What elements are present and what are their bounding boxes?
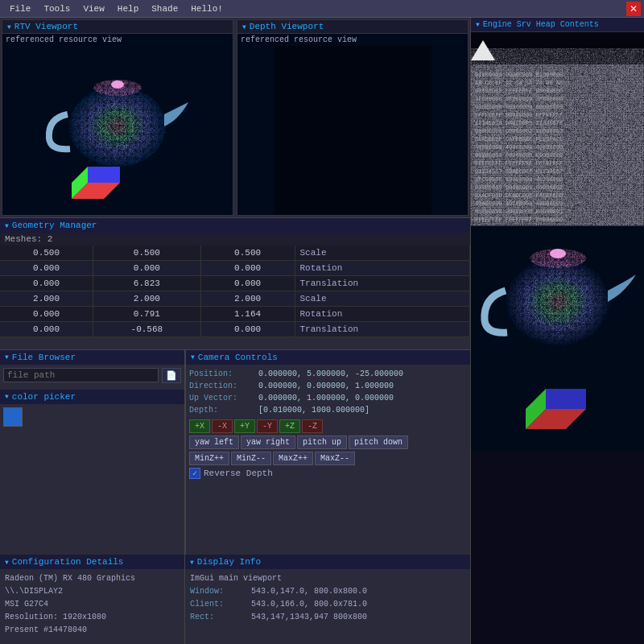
yaw-pitch-buttons-row: yaw left yaw right pitch up pitch down (189, 436, 467, 449)
file-browser-header[interactable]: ▼ File Browser (0, 350, 184, 365)
mesh-v1: 0.000 (0, 261, 93, 276)
window-value: 543.0,147.0, 800.0x800.0 (251, 587, 367, 596)
maxz-plus-button[interactable]: MaxZ++ (273, 452, 313, 465)
minus-z-button[interactable]: -Z (302, 419, 323, 433)
geometry-manager-section: ▼ Geometry Manager Meshes: 2 0.500 0.500… (0, 218, 470, 350)
config-header[interactable]: ▼ Configuration Details (0, 555, 184, 569)
close-button[interactable]: ✕ (626, 2, 641, 16)
reverse-depth-row: ✓ Reverse Depth (189, 468, 467, 479)
bottom-row: ▼ File Browser 📄 ▼ color picker ▼ (0, 350, 470, 555)
mesh-v1: 2.000 (0, 291, 93, 307)
window-label: Window: (190, 585, 246, 598)
resolution-label: Resolution: 1920x1080 (5, 611, 180, 624)
geometry-collapse-icon[interactable]: ▼ (5, 222, 9, 229)
svg-text:00000000 00000001 00000002: 00000000 00000001 00000002 (475, 184, 563, 191)
camera-controls-container: ▼ Camera Controls Position: 0.000000, 5.… (185, 350, 470, 555)
camera-controls-header[interactable]: ▼ Camera Controls (186, 350, 470, 365)
mesh-label: Translation (295, 276, 469, 291)
pitch-down-button[interactable]: pitch down (349, 436, 408, 449)
table-row: 0.000 0.791 1.164 Rotation (0, 307, 470, 322)
minz-minus-button[interactable]: MinZ-- (231, 452, 271, 465)
camera-collapse-icon[interactable]: ▼ (191, 353, 195, 361)
minus-y-button[interactable]: -Y (257, 419, 278, 433)
mesh-v1: 0.500 (0, 246, 93, 261)
depth-viewport-label: Depth Viewport (250, 22, 324, 31)
rtv-viewport-title: ▼ RTV Viewport (2, 20, 233, 34)
color-picker-collapse-icon[interactable]: ▼ (5, 393, 9, 400)
menu-hello[interactable]: Hello! (184, 2, 229, 15)
up-vector-value: 0.000000, 1.000000, 0.000000 (258, 394, 394, 402)
present-label: Present #14478040 (5, 624, 180, 637)
monitor-label: MSI G27C4 (5, 598, 180, 611)
mesh-v2: 0.791 (93, 307, 201, 322)
yaw-right-button[interactable]: yaw right (241, 436, 295, 449)
color-swatch[interactable] (3, 407, 23, 427)
svg-point-0 (69, 86, 166, 167)
plus-y-button[interactable]: +Y (234, 419, 255, 433)
svg-text:BAADF00D DEADC0DE FACEFEED: BAADF00D DEADC0DE FACEFEED (475, 192, 563, 199)
xyz-buttons-row: +X -X +Y -Y +Z -Z (189, 419, 467, 433)
minmax-z-buttons-row: MinZ++ MinZ-- MaxZ++ MaxZ-- (189, 452, 467, 465)
file-browser-title: File Browser (12, 353, 76, 362)
svg-text:40A00000 40C00000 40E00000: 40A00000 40C00000 40E00000 (475, 200, 563, 207)
svg-text:00000000 00000000 00000000: 00000000 00000000 00000000 (475, 152, 563, 159)
svg-point-29 (506, 258, 610, 346)
mesh-table: 0.500 0.500 0.500 Scale 0.000 0.000 0.00… (0, 246, 470, 337)
config-display-row: ▼ Configuration Details Radeon (TM) RX 4… (0, 555, 470, 644)
meshes-label: Meshes: 2 (0, 233, 470, 246)
display-info-header[interactable]: ▼ Display Info (185, 555, 470, 569)
depth-label: Depth: (189, 404, 254, 416)
engine-heap-title: Engine Srv Heap Contents (483, 20, 599, 29)
direction-label: Direction: (189, 380, 254, 392)
color-picker-title: color picker (12, 392, 76, 402)
config-title: Configuration Details (12, 557, 124, 567)
rtv-viewport: ▼ RTV Viewport referenced resource view (2, 19, 233, 216)
menu-shade[interactable]: Shade (145, 2, 184, 15)
svg-text:00000000 FFFFFFFF 00000000: 00000000 FFFFFFFF 00000000 (475, 88, 563, 94)
config-details: ▼ Configuration Details Radeon (TM) RX 4… (0, 555, 185, 644)
display-content: ImGui main viewport Window: 543.0,147.0,… (185, 569, 470, 627)
rtv-content (2, 46, 233, 215)
maxz-minus-button[interactable]: MaxZ-- (315, 452, 355, 465)
svg-text:40000000 40400000 40800000: 40000000 40400000 40800000 (475, 144, 563, 151)
geometry-manager-header[interactable]: ▼ Geometry Manager (0, 218, 470, 233)
menu-file[interactable]: File (3, 2, 37, 15)
file-browse-button[interactable]: 📄 (162, 368, 181, 383)
plus-x-button[interactable]: +X (189, 419, 210, 433)
mesh-v2: 2.000 (93, 291, 201, 307)
mesh-v1: 0.000 (0, 322, 93, 337)
config-content: Radeon (TM) RX 480 Graphics \\.\DISPLAY2… (0, 569, 184, 640)
reverse-depth-checkbox[interactable]: ✓ (189, 468, 200, 479)
yaw-left-button[interactable]: yaw left (189, 436, 239, 449)
imgui-label: ImGui main viewport (190, 572, 465, 585)
menu-help[interactable]: Help (111, 2, 145, 15)
rtv-subtitle: referenced resource view (2, 34, 233, 46)
file-path-input[interactable] (3, 368, 159, 382)
color-picker-header[interactable]: ▼ color picker (0, 390, 184, 404)
svg-text:3F800000 3F800000 3F800000: 3F800000 3F800000 3F800000 (475, 96, 563, 102)
menu-view[interactable]: View (76, 2, 110, 15)
mesh-v1: 0.000 (0, 276, 93, 291)
svg-point-2 (111, 80, 124, 89)
color-picker-section (0, 404, 184, 430)
file-path-row: 📄 (0, 365, 184, 386)
display-collapse-icon[interactable]: ▼ (190, 559, 194, 566)
config-collapse-icon[interactable]: ▼ (5, 559, 9, 566)
rtv-collapse-icon[interactable]: ▼ (7, 23, 11, 31)
plus-z-button[interactable]: +Z (279, 419, 300, 433)
svg-text:00000000 00000000 00000000: 00000000 00000000 00000000 (475, 104, 563, 110)
minz-plus-button[interactable]: MinZ++ (189, 452, 229, 465)
svg-text:12345678 9ABCDEF0 12345678: 12345678 9ABCDEF0 12345678 (475, 120, 563, 126)
depth-collapse-icon[interactable]: ▼ (242, 23, 246, 31)
pitch-up-button[interactable]: pitch up (297, 436, 347, 449)
teapot-preview (471, 225, 644, 451)
mesh-label: Scale (295, 291, 469, 307)
mesh-v3: 0.000 (200, 276, 295, 291)
file-browser: ▼ File Browser 📄 ▼ color picker (0, 350, 185, 555)
menu-tools[interactable]: Tools (37, 2, 76, 15)
engine-collapse-icon[interactable]: ▼ (476, 21, 480, 28)
svg-text:00000000 00000000 00000001: 00000000 00000000 00000001 (475, 208, 563, 215)
file-browser-collapse-icon[interactable]: ▼ (5, 353, 9, 361)
minus-x-button[interactable]: -X (212, 419, 233, 433)
depth-viewport-title: ▼ Depth Viewport (237, 20, 468, 34)
